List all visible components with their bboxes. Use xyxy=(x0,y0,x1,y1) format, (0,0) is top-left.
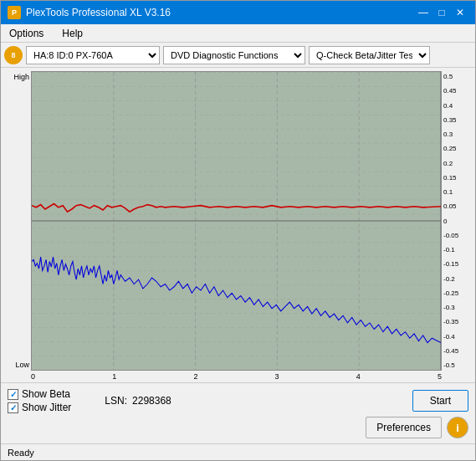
title-bar-left: P PlexTools Professional XL V3.16 xyxy=(8,6,171,19)
status-text: Ready xyxy=(8,448,34,458)
y-label-high: High xyxy=(4,73,29,81)
x-axis: 0 1 2 3 4 5 xyxy=(31,371,442,382)
show-jitter-row: ✓ Show Jitter xyxy=(8,402,71,413)
test-select[interactable]: Q-Check Beta/Jitter Test xyxy=(309,46,430,64)
drive-icon: 8 xyxy=(4,46,23,64)
menu-bar: Options Help xyxy=(1,24,475,43)
maximize-button[interactable]: □ xyxy=(433,4,450,21)
show-beta-row: ✓ Show Beta xyxy=(8,388,71,400)
show-jitter-label: Show Jitter xyxy=(22,402,71,413)
bottom-panel: ✓ Show Beta ✓ Show Jitter LSN: 2298368 xyxy=(1,382,475,443)
status-bar: Ready xyxy=(1,443,475,460)
lsn-label: LSN: xyxy=(105,395,127,407)
menu-help[interactable]: Help xyxy=(57,26,88,41)
y-label-low: Low xyxy=(4,361,29,369)
chart-container: High Low xyxy=(4,71,472,371)
drive-select[interactable]: HA:8 ID:0 PX-760A xyxy=(26,46,160,64)
checkboxes: ✓ Show Beta ✓ Show Jitter xyxy=(8,388,71,413)
function-select[interactable]: DVD Diagnostic Functions xyxy=(163,46,305,64)
show-beta-label: Show Beta xyxy=(22,388,70,400)
window-title: PlexTools Professional XL V3.16 xyxy=(26,7,171,18)
title-bar: P PlexTools Professional XL V3.16 — □ ✕ xyxy=(1,1,475,24)
lsn-value: 2298368 xyxy=(132,395,171,407)
bottom-row2: Preferences i xyxy=(8,417,468,438)
bottom-right: Start xyxy=(412,390,468,412)
lsn-area: LSN: 2298368 xyxy=(105,395,171,407)
show-beta-checkbox[interactable]: ✓ xyxy=(8,389,18,400)
chart-plot xyxy=(31,71,442,371)
main-window: P PlexTools Professional XL V3.16 — □ ✕ … xyxy=(0,0,476,461)
bottom-row1: ✓ Show Beta ✓ Show Jitter LSN: 2298368 xyxy=(8,388,468,413)
y-axis-right: 0.5 0.45 0.4 0.35 0.3 0.25 0.2 0.15 0.1 … xyxy=(442,71,472,371)
y-axis-left: High Low xyxy=(4,71,31,371)
toolbar: 8 HA:8 ID:0 PX-760A DVD Diagnostic Funct… xyxy=(1,43,475,68)
menu-options[interactable]: Options xyxy=(4,26,49,41)
chart-svg xyxy=(32,72,441,370)
chart-area: High Low xyxy=(1,68,475,382)
close-button[interactable]: ✕ xyxy=(452,4,468,21)
show-jitter-checkbox[interactable]: ✓ xyxy=(8,402,18,413)
preferences-button[interactable]: Preferences xyxy=(366,417,442,438)
window-controls: — □ ✕ xyxy=(415,4,468,21)
info-button[interactable]: i xyxy=(447,417,468,438)
start-button[interactable]: Start xyxy=(412,390,468,412)
app-icon: P xyxy=(8,6,21,19)
minimize-button[interactable]: — xyxy=(415,4,432,21)
